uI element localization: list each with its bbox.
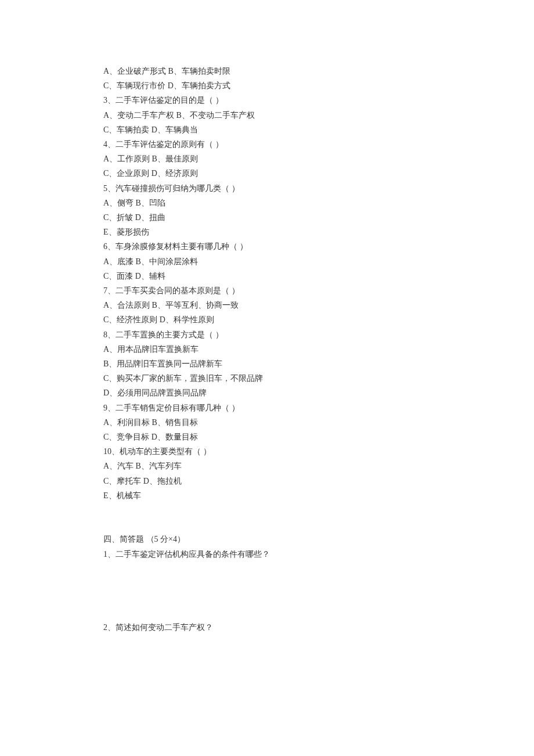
q5-options-cd: C、折皱 D、扭曲: [103, 210, 431, 225]
q5-stem: 5、汽车碰撞损伤可归纳为哪几类（ ）: [103, 181, 431, 196]
q8-option-c: C、购买本厂家的新车，置换旧车，不限品牌: [103, 371, 431, 386]
q8-option-a: A、用本品牌旧车置换新车: [103, 342, 431, 357]
q9-options-cd: C、竞争目标 D、数量目标: [103, 430, 431, 444]
q8-option-b: B、用品牌旧车置换同一品牌新车: [103, 357, 431, 371]
q3-options-ab: A、变动二手车产权 B、不变动二手车产权: [103, 108, 431, 123]
q4-stem: 4、二手车评估鉴定的原则有（ ）: [103, 137, 431, 152]
q5-options-ab: A、侧弯 B、凹陷: [103, 196, 431, 210]
section4-q2: 2、简述如何变动二手车产权？: [103, 620, 431, 635]
q3-stem: 3、二手车评估鉴定的目的是（ ）: [103, 93, 431, 107]
q4-options-cd: C、企业原则 D、经济原则: [103, 166, 431, 181]
section4-q1: 1、二手车鉴定评估机构应具备的条件有哪些？: [103, 547, 431, 561]
q10-stem: 10、机动车的主要类型有（ ）: [103, 444, 431, 459]
section4-heading: 四、简答题 （5 分×4）: [103, 532, 431, 546]
q5-options-e: E、菱形损伤: [103, 225, 431, 239]
document-page: A、企业破产形式 B、车辆拍卖时限 C、车辆现行市价 D、车辆拍卖方式 3、二手…: [0, 0, 534, 756]
q10-options-cd: C、摩托车 D、拖拉机: [103, 474, 431, 488]
section-spacer: [103, 503, 431, 532]
q7-options-cd: C、经济性原则 D、科学性原则: [103, 312, 431, 327]
q7-stem: 7、二手车买卖合同的基本原则是（ ）: [103, 283, 431, 298]
q4-options-ab: A、工作原则 B、最佳原则: [103, 152, 431, 166]
q9-stem: 9、二手车销售定价目标有哪几种（ ）: [103, 401, 431, 415]
q6-options-ab: A、底漆 B、中间涂层涂料: [103, 254, 431, 269]
q8-option-d: D、必须用同品牌置换同品牌: [103, 386, 431, 400]
q6-stem: 6、车身涂膜修复材料主要有哪几种（ ）: [103, 239, 431, 254]
q9-options-ab: A、利润目标 B、销售目标: [103, 415, 431, 430]
q10-options-ab: A、汽车 B、汽车列车: [103, 459, 431, 473]
q2-options-ab: A、企业破产形式 B、车辆拍卖时限: [103, 64, 431, 78]
q7-options-ab: A、合法原则 B、平等互利、协商一致: [103, 298, 431, 312]
q10-options-e: E、机械车: [103, 488, 431, 503]
answer-space-1: [103, 561, 431, 620]
q2-options-cd: C、车辆现行市价 D、车辆拍卖方式: [103, 78, 431, 93]
q8-stem: 8、二手车置换的主要方式是（ ）: [103, 327, 431, 342]
q3-options-cd: C、车辆拍卖 D、车辆典当: [103, 123, 431, 137]
q6-options-cd: C、面漆 D、辅料: [103, 269, 431, 283]
